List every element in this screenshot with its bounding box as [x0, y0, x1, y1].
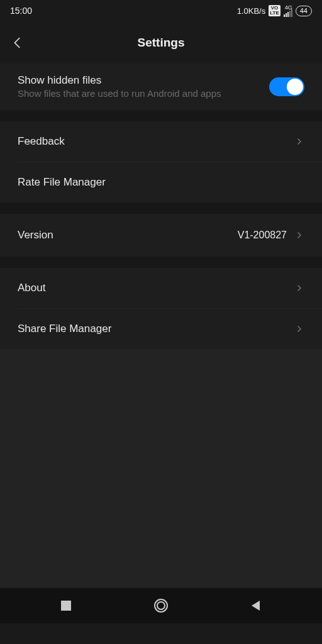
page-title: Settings [0, 36, 322, 50]
nav-back-button[interactable] [237, 593, 275, 618]
chevron-right-icon [294, 283, 304, 293]
chevron-right-icon [294, 324, 304, 334]
nav-recents-button[interactable] [47, 593, 85, 618]
chevron-right-icon [294, 230, 304, 240]
status-bar: 15:00 1.0KB/s VO LTE 4G 44 [0, 0, 322, 21]
svg-rect-0 [61, 601, 71, 611]
signal-icon [284, 9, 292, 17]
status-time: 15:00 [10, 6, 32, 16]
toggle-hidden-files[interactable] [269, 77, 304, 96]
triangle-left-icon [250, 599, 262, 612]
circle-icon [153, 597, 169, 614]
row-show-hidden-files[interactable]: Show hidden files Show files that are us… [0, 64, 322, 110]
chevron-right-icon [294, 136, 304, 147]
row-feedback[interactable]: Feedback [0, 121, 322, 162]
row-title: Share File Manager [18, 323, 111, 335]
version-value: V1-200827 [238, 230, 287, 241]
battery-icon: 44 [296, 6, 312, 16]
toggle-knob [287, 79, 303, 95]
row-version[interactable]: Version V1-200827 [0, 214, 322, 257]
row-title: Rate File Manager [18, 176, 106, 189]
row-title: Show hidden files [18, 74, 221, 87]
svg-point-2 [157, 602, 165, 609]
nav-home-button[interactable] [142, 593, 180, 618]
row-about[interactable]: About [0, 268, 322, 308]
row-subtitle: Show files that are used to run Android … [18, 88, 221, 99]
empty-area [0, 349, 322, 588]
app-header: Settings [0, 21, 322, 64]
back-button[interactable] [5, 30, 30, 55]
square-icon [60, 600, 72, 611]
chevron-left-icon [11, 36, 25, 50]
row-rate[interactable]: Rate File Manager [0, 162, 322, 203]
volte-icon: VO LTE [269, 5, 280, 16]
status-net-speed: 1.0KB/s [237, 6, 266, 16]
row-title: Version [18, 229, 53, 242]
svg-marker-3 [252, 601, 260, 611]
row-share[interactable]: Share File Manager [0, 309, 322, 349]
row-title: Feedback [18, 135, 65, 148]
row-title: About [18, 282, 45, 294]
navigation-bar [0, 588, 322, 623]
